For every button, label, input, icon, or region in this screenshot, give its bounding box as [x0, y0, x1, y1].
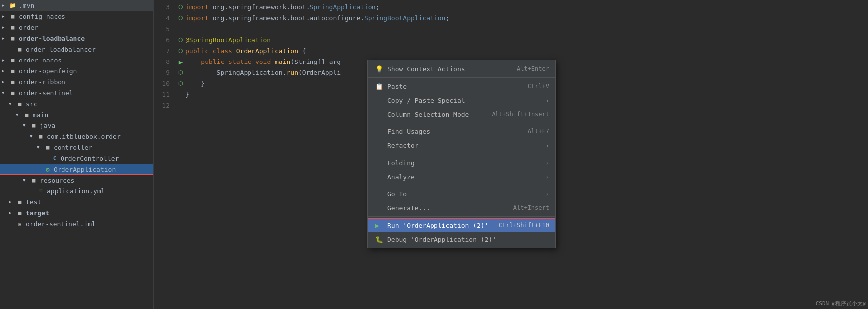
sidebar-label-order-openfeign: order-openfeign: [19, 67, 77, 75]
menu-label-copy-paste-special: Copy / Paste Special: [387, 97, 541, 104]
menu-item-folding[interactable]: Folding ›: [368, 156, 555, 170]
menu-label-folding: Folding: [387, 159, 541, 167]
gutter-4: ⬡: [176, 13, 186, 24]
sidebar-item-order-nacos[interactable]: ▶ ■ order-nacos: [0, 55, 153, 65]
arrow-order-loadbalance: ▶: [2, 36, 9, 41]
sidebar-item-order-openfeign[interactable]: ▶ ■ order-openfeign: [0, 65, 153, 76]
sidebar-item-src[interactable]: ▼ ■ src: [0, 98, 153, 109]
gutter-9: ⬡: [176, 67, 186, 78]
menu-separator-1: [368, 77, 555, 78]
sidebar-label-java: java: [40, 122, 55, 129]
arrow-controller: ▼: [37, 145, 44, 150]
sidebar-item-order-sentinel[interactable]: ▼ ■ order-sentinel: [0, 87, 153, 98]
menu-label-goto: Go To: [387, 190, 541, 198]
arrow-config-nacos: ▶: [2, 14, 9, 19]
menu-item-goto[interactable]: Go To ›: [368, 187, 555, 201]
folder-icon-controller: ■: [44, 143, 52, 151]
class-icon-ordercontroller: C: [51, 154, 59, 162]
menu-label-debug-order: Debug 'OrderApplication (2)': [387, 236, 549, 243]
context-menu: 💡 Show Context Actions Alt+Enter 📋 Paste…: [367, 60, 556, 248]
menu-label-column-selection: Column Selection Mode: [387, 111, 482, 118]
menu-item-refactor[interactable]: Refactor ›: [368, 138, 555, 152]
gutter-3: ⬡: [176, 2, 186, 13]
shortcut-generate: Alt+Insert: [513, 204, 549, 211]
sidebar-item-test[interactable]: ▶ ■ test: [0, 196, 153, 207]
sidebar-label-resources: resources: [40, 177, 74, 184]
paste-icon: 📋: [375, 83, 385, 90]
arrow-order: ▶: [2, 25, 9, 30]
sidebar-label-order-loadbalance: order-loadbalance: [19, 35, 85, 42]
arrow-mvn: ▶: [2, 3, 9, 8]
arrow-refactor: ›: [545, 142, 549, 149]
gutter-8: ▶: [176, 57, 186, 67]
sidebar-item-config-nacos[interactable]: ▶ ■ config-nacos: [0, 11, 153, 22]
watermark: CSDN @程序员小太@: [816, 300, 866, 307]
gutter-6: ⬡: [176, 35, 186, 46]
sidebar-item-order[interactable]: ▶ ■ order: [0, 22, 153, 33]
arrow-order-sentinel: ▼: [2, 90, 9, 95]
arrow-order-ribbon: ▶: [2, 79, 9, 84]
folder-icon-main: ■: [23, 111, 31, 119]
menu-item-find-usages[interactable]: Find Usages Alt+F7: [368, 124, 555, 138]
shortcut-column-selection: Alt+Shift+Insert: [492, 111, 549, 118]
watermark-text: CSDN @程序员小太@: [816, 300, 866, 307]
folder-icon-java: ■: [30, 122, 38, 129]
sidebar-label-com-itbluebox: com.itbluebox.order: [47, 133, 121, 140]
menu-label-run-order: Run 'OrderApplication (2)': [387, 222, 489, 229]
menu-item-show-context-actions[interactable]: 💡 Show Context Actions Alt+Enter: [368, 62, 555, 76]
sidebar-label-order: order: [19, 24, 38, 31]
sidebar-item-order-loadbalance[interactable]: ▶ ■ order-loadbalance: [0, 33, 153, 44]
menu-item-copy-paste-special[interactable]: Copy / Paste Special ›: [368, 93, 555, 107]
arrow-main: ▼: [16, 112, 23, 117]
run-icon: ▶: [375, 222, 385, 229]
shortcut-find-usages: Alt+F7: [528, 128, 549, 135]
sidebar-item-main[interactable]: ▼ ■ main: [0, 109, 153, 120]
sidebar-item-mvn[interactable]: ▶ 📁 .mvn: [0, 0, 153, 11]
sidebar-item-java[interactable]: ▼ ■ java: [0, 120, 153, 131]
menu-label-show-context-actions: Show Context Actions: [387, 65, 507, 73]
sidebar-label-config-nacos: config-nacos: [19, 13, 65, 20]
folder-icon-config-nacos: ■: [9, 12, 17, 20]
sidebar-item-resources[interactable]: ▼ ■ resources: [0, 175, 153, 185]
menu-item-generate[interactable]: Generate... Alt+Insert: [368, 201, 555, 215]
folder-icon-mvn: 📁: [9, 1, 17, 9]
arrow-resources: ▼: [23, 178, 30, 183]
menu-item-analyze[interactable]: Analyze ›: [368, 170, 555, 184]
arrow-order-openfeign: ▶: [2, 68, 9, 73]
arrow-com-itbluebox: ▼: [30, 134, 37, 139]
sidebar-label-order-nacos: order-nacos: [19, 57, 62, 64]
menu-item-paste[interactable]: 📋 Paste Ctrl+V: [368, 79, 555, 93]
sidebar-item-orderapplication[interactable]: ⚙ OrderApplication: [0, 164, 153, 175]
arrow-target: ▶: [9, 210, 16, 215]
sidebar-item-target[interactable]: ▶ ■ target: [0, 207, 153, 218]
arrow-order-nacos: ▶: [2, 58, 9, 62]
menu-separator-3: [368, 154, 555, 154]
arrow-goto: ›: [545, 190, 549, 198]
shortcut-run-order: Ctrl+Shift+F10: [499, 222, 549, 229]
sidebar-item-order-loadbalancer[interactable]: ■ order-loadbalancer: [0, 44, 153, 55]
sidebar-item-com-itbluebox[interactable]: ▼ ■ com.itbluebox.order: [0, 131, 153, 142]
menu-item-run-order[interactable]: ▶ Run 'OrderApplication (2)' Ctrl+Shift+…: [368, 218, 555, 232]
sidebar-label-application-yml: application.yml: [47, 187, 105, 195]
sidebar-item-controller[interactable]: ▼ ■ controller: [0, 142, 153, 153]
code-line-5: [174, 24, 868, 35]
arrow-test: ▶: [9, 199, 16, 204]
arrow-src: ▼: [9, 101, 16, 106]
sidebar-label-ordercontroller: OrderController: [61, 155, 119, 162]
menu-item-debug-order[interactable]: 🐛 Debug 'OrderApplication (2)': [368, 232, 555, 246]
sidebar-item-application-yml[interactable]: ≡ application.yml: [0, 185, 153, 196]
sidebar-label-test: test: [26, 198, 41, 206]
arrow-analyze: ›: [545, 173, 549, 181]
sidebar-label-src: src: [26, 100, 37, 108]
sidebar-item-order-sentinel-iml[interactable]: ▣ order-sentinel.iml: [0, 218, 153, 229]
yaml-icon-application: ≡: [37, 187, 45, 195]
sidebar-item-order-ribbon[interactable]: ▶ ■ order-ribbon: [0, 76, 153, 87]
code-line-4: ⬡ import org.springframework.boot.autoco…: [174, 13, 868, 24]
shortcut-paste: Ctrl+V: [528, 83, 549, 90]
menu-label-generate: Generate...: [387, 204, 503, 212]
sidebar-item-ordercontroller[interactable]: C OrderController: [0, 153, 153, 164]
menu-item-column-selection[interactable]: Column Selection Mode Alt+Shift+Insert: [368, 107, 555, 121]
debug-icon: 🐛: [375, 236, 385, 243]
menu-label-analyze: Analyze: [387, 173, 541, 181]
code-line-3: ⬡ import org.springframework.boot.Spring…: [174, 2, 868, 13]
